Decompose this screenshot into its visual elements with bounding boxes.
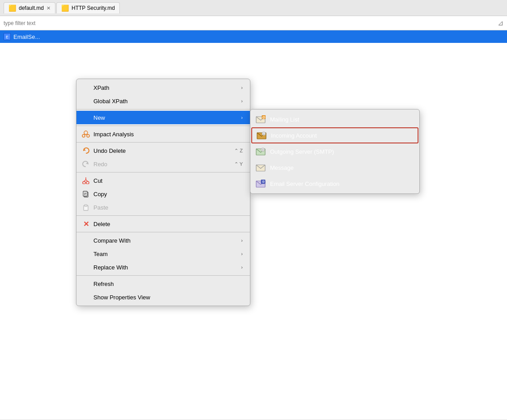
- tab-label: default.md: [19, 5, 44, 11]
- separator-3: [76, 142, 250, 143]
- cut-icon: [82, 176, 90, 185]
- svg-line-21: [86, 180, 88, 181]
- context-menu: XPath › Global XPath › New ›: [76, 79, 250, 306]
- separator-5: [76, 215, 250, 216]
- menu-item-redo: Redo ⌃ Y: [76, 157, 250, 171]
- filter-icon: ⊿: [498, 19, 503, 27]
- menu-item-xpath[interactable]: XPath ›: [76, 81, 250, 94]
- menu-item-global-xpath[interactable]: Global XPath ›: [76, 94, 250, 108]
- outgoing-server-label: Outgoing Server (SMTP): [270, 148, 412, 155]
- svg-point-14: [82, 134, 85, 137]
- new-label: New: [93, 114, 237, 121]
- cut-label: Cut: [93, 177, 243, 184]
- separator-7: [76, 275, 250, 276]
- paste-label: Paste: [93, 204, 243, 211]
- replace-with-label: Replace With: [93, 264, 237, 271]
- email-server-config-icon: ⚙: [256, 179, 266, 189]
- submenu-new: @ Mailing List ↓ Inco: [250, 109, 420, 194]
- menu-item-delete[interactable]: ✕ Delete: [76, 217, 250, 231]
- compare-with-arrow: ›: [241, 238, 243, 243]
- mailing-list-label: Mailing List: [270, 116, 412, 123]
- submenu-item-mailing-list[interactable]: @ Mailing List: [250, 111, 419, 127]
- new-arrow: ›: [241, 115, 243, 120]
- menu-item-new[interactable]: New › @ Mailing List: [76, 111, 250, 124]
- tab-label-2: HTTP Security.md: [72, 5, 115, 11]
- xpath-arrow: ›: [241, 85, 243, 90]
- copy-icon: [82, 190, 90, 198]
- submenu-item-incoming-account[interactable]: ↓ Incoming Account: [251, 127, 418, 143]
- global-xpath-arrow: ›: [241, 98, 243, 104]
- redo-icon: [82, 160, 90, 168]
- svg-point-19: [86, 181, 89, 184]
- delete-icon: ✕: [82, 220, 90, 228]
- message-label: Message: [270, 164, 412, 171]
- separator-4: [76, 172, 250, 172]
- menu-item-refresh[interactable]: Refresh: [76, 277, 250, 290]
- filter-bar: ⊿: [0, 16, 507, 30]
- menu-item-impact-analysis[interactable]: Impact Analysis: [76, 127, 250, 141]
- menu-item-paste: Paste: [76, 201, 250, 214]
- svg-point-18: [83, 181, 85, 184]
- menu-item-compare-with[interactable]: Compare With ›: [76, 234, 250, 247]
- undo-delete-icon: [82, 147, 90, 155]
- tab-close-button[interactable]: ✕: [46, 5, 51, 11]
- compare-with-icon: [82, 236, 90, 244]
- tab-file-icon: 🟨: [8, 4, 16, 12]
- replace-with-arrow: ›: [241, 265, 243, 270]
- tree-item-selected[interactable]: E EmailSe...: [0, 30, 507, 43]
- refresh-label: Refresh: [93, 281, 243, 287]
- redo-shortcut: ⌃ Y: [234, 161, 243, 167]
- separator-2: [76, 126, 250, 126]
- tab-bar: 🟨 default.md ✕ 🟨 HTTP Security.md: [0, 0, 507, 16]
- tab-http-security-md[interactable]: 🟨 HTTP Security.md: [56, 2, 120, 13]
- show-properties-icon: [82, 293, 90, 301]
- tab-file-icon-2: 🟨: [61, 4, 69, 12]
- svg-text:@: @: [262, 116, 266, 119]
- incoming-account-icon: ↓: [257, 130, 266, 140]
- message-icon: [256, 163, 266, 172]
- xpath-label: XPath: [93, 84, 237, 91]
- submenu-item-outgoing-server[interactable]: ↑ Outgoing Server (SMTP): [250, 143, 419, 160]
- show-properties-label: Show Properties View: [93, 294, 243, 301]
- mailing-list-icon: @: [256, 114, 266, 124]
- menu-item-team[interactable]: Team ›: [76, 247, 250, 260]
- svg-point-15: [87, 134, 89, 137]
- compare-with-label: Compare With: [93, 237, 237, 244]
- team-icon: [82, 250, 90, 258]
- xpath-icon: [82, 84, 90, 92]
- new-icon: [82, 113, 90, 122]
- svg-point-13: [84, 131, 88, 134]
- menu-item-undo-delete[interactable]: Undo Delete ⌃ Z: [76, 144, 250, 157]
- copy-label: Copy: [93, 191, 243, 197]
- delete-label: Delete: [93, 221, 243, 227]
- refresh-icon: [82, 280, 90, 288]
- outgoing-server-icon: ↑: [256, 147, 266, 156]
- svg-text:↓: ↓: [263, 132, 265, 135]
- undo-delete-shortcut: ⌃ Z: [234, 148, 243, 154]
- submenu-item-email-server-config[interactable]: ⚙ Email Server Configuration: [250, 176, 419, 192]
- redo-label: Redo: [93, 161, 231, 168]
- menu-item-cut[interactable]: Cut: [76, 174, 250, 187]
- team-arrow: ›: [241, 251, 243, 256]
- svg-text:↑: ↑: [262, 148, 264, 151]
- undo-delete-label: Undo Delete: [93, 147, 231, 154]
- svg-rect-29: [84, 205, 87, 206]
- submenu-item-message[interactable]: Message: [250, 160, 419, 176]
- tree-node-icon: E: [4, 33, 11, 40]
- separator-6: [76, 232, 250, 232]
- impact-analysis-icon: [82, 130, 90, 138]
- tab-default-md[interactable]: 🟨 default.md ✕: [4, 2, 55, 13]
- tree-item-label: EmailSe...: [13, 34, 40, 40]
- email-server-config-label: Email Server Configuration: [270, 181, 412, 187]
- global-xpath-icon: [82, 97, 90, 105]
- impact-analysis-label: Impact Analysis: [93, 131, 243, 138]
- menu-item-replace-with[interactable]: Replace With ›: [76, 260, 250, 274]
- filter-input[interactable]: [4, 20, 498, 26]
- menu-item-copy[interactable]: Copy: [76, 187, 250, 201]
- svg-text:⚙: ⚙: [262, 180, 265, 183]
- menu-item-show-properties[interactable]: Show Properties View: [76, 290, 250, 304]
- incoming-account-label: Incoming Account: [271, 132, 411, 139]
- team-label: Team: [93, 251, 237, 257]
- svg-line-20: [84, 180, 86, 181]
- main-content: E EmailSe... XPath › Global XPath › New …: [0, 30, 507, 419]
